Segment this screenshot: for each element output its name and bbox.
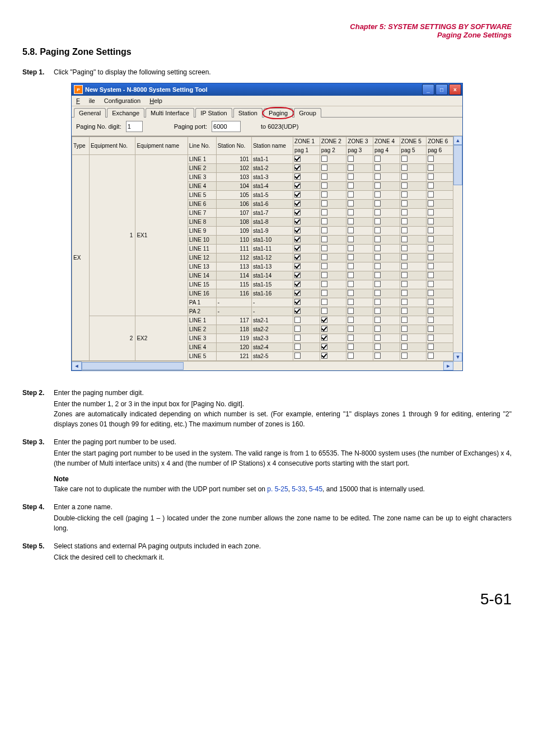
zone-cell[interactable] — [427, 280, 453, 289]
zone-cell[interactable] — [293, 164, 320, 173]
zone-cell[interactable] — [293, 289, 320, 298]
ref-533[interactable]: 5-33 — [292, 485, 305, 493]
zone-cell[interactable] — [400, 289, 427, 298]
zone-cell[interactable] — [346, 191, 373, 200]
zone-cell[interactable] — [346, 236, 373, 245]
zone-cell[interactable] — [427, 325, 453, 334]
zone-cell[interactable] — [320, 343, 346, 352]
hscroll-thumb[interactable] — [82, 362, 184, 370]
zone-cell[interactable] — [427, 289, 453, 298]
zone-cell[interactable] — [293, 316, 320, 325]
zone-cell[interactable] — [346, 227, 373, 236]
tab-exchange[interactable]: Exchange — [107, 108, 144, 118]
zone-cell[interactable] — [346, 271, 373, 280]
zone-cell[interactable] — [400, 209, 427, 218]
zone-cell[interactable] — [400, 191, 427, 200]
zone-cell[interactable] — [373, 227, 400, 236]
zone-cell[interactable] — [320, 334, 346, 343]
digit-input[interactable] — [126, 121, 143, 132]
zone-cell[interactable] — [400, 245, 427, 253]
zone-cell[interactable] — [427, 245, 453, 253]
menu-file[interactable]: File — [72, 96, 100, 106]
zone-cell[interactable] — [373, 343, 400, 352]
zone-cell[interactable] — [400, 280, 427, 289]
zone-cell[interactable] — [400, 343, 427, 352]
zone-cell[interactable] — [400, 334, 427, 343]
zone-cell[interactable] — [320, 191, 346, 200]
zone-cell[interactable] — [346, 298, 373, 307]
zone-cell[interactable] — [373, 316, 400, 325]
zone-cell[interactable] — [427, 316, 453, 325]
zone-cell[interactable] — [346, 245, 373, 253]
zone-cell[interactable] — [427, 343, 453, 352]
zone-cell[interactable] — [346, 253, 373, 262]
zone-cell[interactable] — [346, 280, 373, 289]
zone-cell[interactable] — [293, 227, 320, 236]
vscroll-up-icon[interactable]: ▲ — [453, 136, 462, 145]
zone-cell[interactable] — [373, 191, 400, 200]
zone-cell[interactable] — [346, 173, 373, 182]
vscroll-down-icon[interactable]: ▼ — [453, 353, 462, 361]
zone-cell[interactable] — [320, 182, 346, 191]
zone-cell[interactable] — [346, 289, 373, 298]
maximize-button[interactable]: □ — [435, 84, 448, 95]
zone-cell[interactable] — [373, 334, 400, 343]
zone-cell[interactable] — [400, 253, 427, 262]
zone-cell[interactable] — [293, 182, 320, 191]
col-z5b[interactable]: pag 5 — [400, 146, 427, 155]
zone-cell[interactable] — [293, 307, 320, 316]
zone-cell[interactable] — [293, 262, 320, 271]
col-z4b[interactable]: pag 4 — [373, 146, 400, 155]
zone-cell[interactable] — [400, 236, 427, 245]
zone-cell[interactable] — [427, 298, 453, 307]
zone-cell[interactable] — [427, 182, 453, 191]
zone-cell[interactable] — [400, 200, 427, 209]
zone-cell[interactable] — [320, 173, 346, 182]
zone-cell[interactable] — [346, 262, 373, 271]
zone-cell[interactable] — [427, 307, 453, 316]
zone-cell[interactable] — [293, 191, 320, 200]
zone-cell[interactable] — [400, 298, 427, 307]
zone-cell[interactable] — [293, 334, 320, 343]
zone-cell[interactable] — [293, 218, 320, 227]
tab-multi-interface[interactable]: Multi Interface — [146, 108, 194, 118]
zone-cell[interactable] — [293, 236, 320, 245]
zone-cell[interactable] — [346, 325, 373, 334]
zone-cell[interactable] — [320, 164, 346, 173]
zone-cell[interactable] — [293, 253, 320, 262]
zone-cell[interactable] — [320, 209, 346, 218]
zone-cell[interactable] — [320, 245, 346, 253]
zone-cell[interactable] — [427, 253, 453, 262]
zone-cell[interactable] — [320, 280, 346, 289]
zone-cell[interactable] — [320, 289, 346, 298]
zone-cell[interactable] — [346, 218, 373, 227]
zone-cell[interactable] — [346, 182, 373, 191]
col-z2b[interactable]: pag 2 — [320, 146, 346, 155]
tab-paging[interactable]: Paging — [264, 108, 293, 118]
zone-cell[interactable] — [427, 262, 453, 271]
zone-cell[interactable] — [400, 227, 427, 236]
zone-cell[interactable] — [293, 271, 320, 280]
ref-545[interactable]: 5-45 — [309, 485, 322, 493]
vscroll-thumb[interactable] — [453, 145, 462, 185]
zone-cell[interactable] — [400, 182, 427, 191]
menu-help[interactable]: Help — [145, 96, 167, 106]
tab-group[interactable]: Group — [294, 108, 321, 118]
zone-cell[interactable] — [346, 334, 373, 343]
zone-cell[interactable] — [320, 352, 346, 361]
menu-configuration[interactable]: Configuration — [100, 96, 145, 106]
close-button[interactable]: × — [449, 84, 461, 95]
zone-cell[interactable] — [373, 245, 400, 253]
zone-cell[interactable] — [427, 236, 453, 245]
zone-cell[interactable] — [373, 164, 400, 173]
zone-cell[interactable] — [320, 271, 346, 280]
zone-cell[interactable] — [346, 200, 373, 209]
col-z1b[interactable]: pag 1 — [293, 146, 320, 155]
zone-cell[interactable] — [346, 164, 373, 173]
zone-cell[interactable] — [427, 173, 453, 182]
vscroll-track[interactable] — [453, 145, 462, 353]
hscroll-track[interactable] — [82, 362, 443, 370]
tab-station[interactable]: Station — [233, 108, 263, 118]
zone-cell[interactable] — [427, 209, 453, 218]
zone-cell[interactable] — [400, 155, 427, 164]
